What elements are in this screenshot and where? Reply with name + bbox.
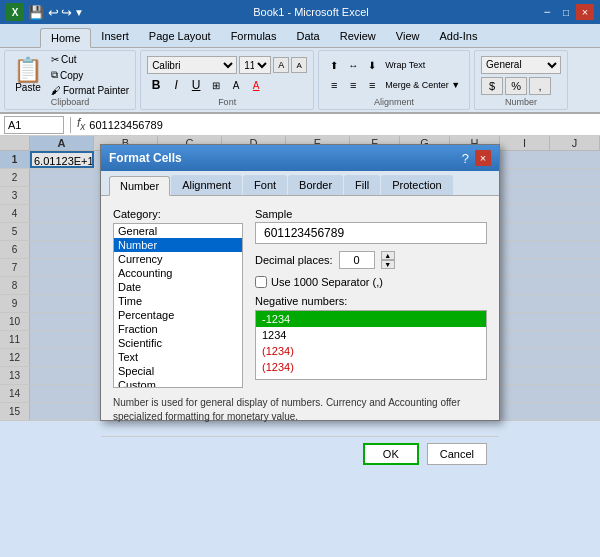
cut-button[interactable]: ✂ Cut	[49, 53, 131, 66]
cat-text[interactable]: Text	[114, 350, 242, 364]
decimal-up-button[interactable]: ▲	[381, 251, 395, 260]
ok-button[interactable]: OK	[363, 443, 419, 465]
close-button[interactable]: ×	[576, 4, 594, 20]
merge-center-button[interactable]: Merge & Center ▼	[382, 76, 463, 94]
percent-button[interactable]: %	[505, 77, 527, 95]
dialog-help-icon[interactable]: ?	[462, 151, 469, 166]
increase-size-button[interactable]: A	[273, 57, 289, 73]
cat-percentage[interactable]: Percentage	[114, 308, 242, 322]
cat-time[interactable]: Time	[114, 294, 242, 308]
format-cells-dialog: Format Cells ? × Number Alignment Font B…	[100, 144, 500, 421]
dialog-footer: OK Cancel	[101, 436, 499, 471]
sample-value: 601123456789	[264, 226, 344, 240]
formula-divider	[70, 117, 71, 133]
copy-button[interactable]: ⧉ Copy	[49, 68, 131, 82]
tab-insert[interactable]: Insert	[91, 27, 139, 47]
tab-home[interactable]: Home	[40, 28, 91, 48]
font-color-button[interactable]: A	[247, 76, 265, 94]
comma-button[interactable]: ,	[529, 77, 551, 95]
qa-dropdown[interactable]: ▼	[74, 7, 84, 18]
cut-icon: ✂	[51, 54, 59, 65]
cat-fraction[interactable]: Fraction	[114, 322, 242, 336]
clipboard-group: 📋 Paste ✂ Cut ⧉ Copy 🖌 Format Painter Cl…	[4, 50, 136, 110]
category-panel: Category: General Number Currency Accoun…	[113, 208, 243, 388]
decrease-size-button[interactable]: A	[291, 57, 307, 73]
qa-undo[interactable]: ↩	[48, 5, 59, 20]
font-group-title: Font	[147, 97, 307, 107]
number-group: General $ % , Number	[474, 50, 568, 110]
align-bottom-button[interactable]: ⬇	[363, 56, 381, 74]
cat-custom[interactable]: Custom	[114, 378, 242, 388]
dlg-tab-fill[interactable]: Fill	[344, 175, 380, 195]
dialog-title-text: Format Cells	[109, 151, 182, 165]
tab-review[interactable]: Review	[330, 27, 386, 47]
font-size-select[interactable]: 11	[239, 56, 271, 74]
tab-add-ins[interactable]: Add-Ins	[429, 27, 487, 47]
wrap-text-button[interactable]: Wrap Text	[382, 56, 428, 74]
dlg-tab-font[interactable]: Font	[243, 175, 287, 195]
fill-color-button[interactable]: A	[227, 76, 245, 94]
ribbon-tabs: Home Insert Page Layout Formulas Data Re…	[0, 24, 600, 48]
cat-general[interactable]: General	[114, 224, 242, 238]
tab-page-layout[interactable]: Page Layout	[139, 27, 221, 47]
dialog-body: Category: General Number Currency Accoun…	[101, 196, 499, 436]
neg-option-1[interactable]: 1234	[256, 327, 486, 343]
name-box[interactable]	[4, 116, 64, 134]
dlg-tab-protection[interactable]: Protection	[381, 175, 453, 195]
decimal-label: Decimal places:	[255, 254, 333, 266]
right-panel: Sample 601123456789 Decimal places: ▲ ▼	[255, 208, 487, 388]
align-middle-button[interactable]: ↔	[344, 56, 362, 74]
cat-currency[interactable]: Currency	[114, 252, 242, 266]
cat-number[interactable]: Number	[114, 238, 242, 252]
qa-save[interactable]: 💾	[28, 5, 44, 20]
description-text: Number is used for general display of nu…	[113, 396, 487, 424]
number-format-select[interactable]: General	[481, 56, 561, 74]
formula-input[interactable]	[89, 119, 596, 131]
tab-formulas[interactable]: Formulas	[221, 27, 287, 47]
border-button[interactable]: ⊞	[207, 76, 225, 94]
spreadsheet: A B C D E F G H I J 1 6.01123E+11 2 3 4 …	[0, 136, 600, 421]
bold-button[interactable]: B	[147, 76, 165, 94]
align-top-button[interactable]: ⬆	[325, 56, 343, 74]
window-title: Book1 - Microsoft Excel	[84, 6, 538, 18]
cancel-button[interactable]: Cancel	[427, 443, 487, 465]
neg-option-0[interactable]: -1234	[256, 311, 486, 327]
cat-scientific[interactable]: Scientific	[114, 336, 242, 350]
neg-list: -1234 1234 (1234) (1234)	[255, 310, 487, 380]
tab-data[interactable]: Data	[286, 27, 329, 47]
thousand-sep-checkbox[interactable]	[255, 276, 267, 288]
dlg-tab-alignment[interactable]: Alignment	[171, 175, 242, 195]
qa-redo[interactable]: ↪	[61, 5, 72, 20]
neg-label: Negative numbers:	[255, 295, 487, 307]
cat-date[interactable]: Date	[114, 280, 242, 294]
app-icon: X	[6, 3, 24, 21]
paste-icon: 📋	[13, 58, 43, 82]
format-painter-icon: 🖌	[51, 85, 61, 96]
cat-accounting[interactable]: Accounting	[114, 266, 242, 280]
neg-option-3[interactable]: (1234)	[256, 359, 486, 375]
decimal-input[interactable]	[339, 251, 375, 269]
ribbon-content: 📋 Paste ✂ Cut ⧉ Copy 🖌 Format Painter Cl…	[0, 48, 600, 114]
minimize-button[interactable]: −	[538, 4, 556, 20]
align-right-button[interactable]: ≡	[363, 76, 381, 94]
tab-view[interactable]: View	[386, 27, 430, 47]
align-center-button[interactable]: ≡	[344, 76, 362, 94]
copy-icon: ⧉	[51, 69, 58, 81]
font-name-select[interactable]: Calibri	[147, 56, 237, 74]
align-left-button[interactable]: ≡	[325, 76, 343, 94]
format-painter-button[interactable]: 🖌 Format Painter	[49, 84, 131, 97]
cat-special[interactable]: Special	[114, 364, 242, 378]
dialog-close-button[interactable]: ×	[475, 150, 491, 166]
dialog-title-bar: Format Cells ? ×	[101, 145, 499, 171]
sample-box: 601123456789	[255, 222, 487, 244]
maximize-button[interactable]: □	[557, 4, 575, 20]
italic-button[interactable]: I	[167, 76, 185, 94]
paste-button[interactable]: 📋 Paste	[9, 56, 47, 95]
dlg-tab-border[interactable]: Border	[288, 175, 343, 195]
decimal-down-button[interactable]: ▼	[381, 260, 395, 269]
sample-label: Sample	[255, 208, 487, 220]
dollar-button[interactable]: $	[481, 77, 503, 95]
underline-button[interactable]: U	[187, 76, 205, 94]
neg-option-2[interactable]: (1234)	[256, 343, 486, 359]
dlg-tab-number[interactable]: Number	[109, 176, 170, 196]
